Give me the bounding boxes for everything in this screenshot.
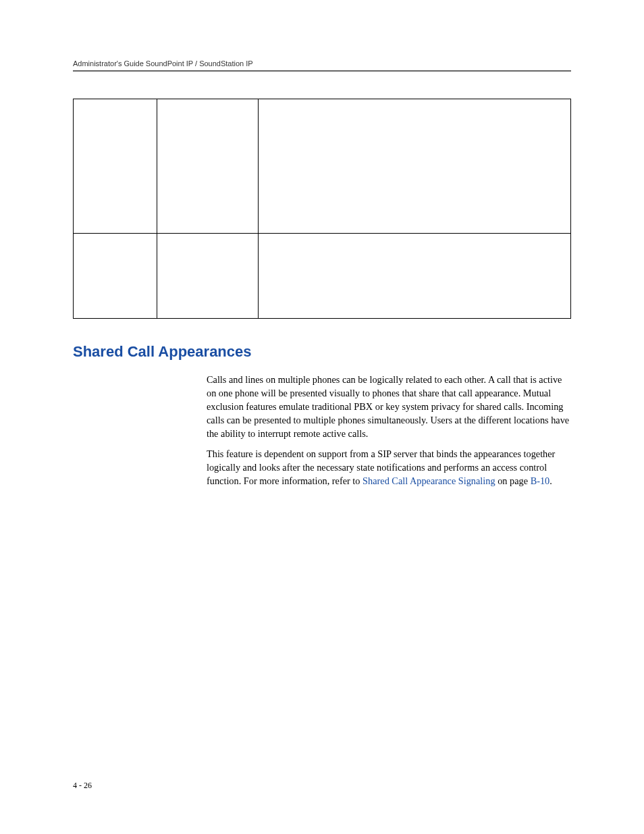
header-rule [73,70,571,72]
table-cell [157,99,259,233]
body-text: Calls and lines on multiple phones can b… [207,373,571,488]
table-cell [74,99,157,233]
page-header: Administrator's Guide SoundPoint IP / So… [73,59,571,68]
paragraph: This feature is dependent on support fro… [207,447,571,488]
section-heading: Shared Call Appearances [73,343,571,361]
empty-table [73,99,571,319]
link-shared-call-appearance-signaling[interactable]: Shared Call Appearance Signaling [363,475,495,486]
table-cell [259,234,570,318]
link-page-b10[interactable]: B-10 [531,475,550,486]
paragraph: Calls and lines on multiple phones can b… [207,373,571,440]
table-row [74,99,570,233]
table-cell [157,234,259,318]
table-cell [259,99,570,233]
text-span: . [549,475,552,486]
table-cell [74,234,157,318]
page-container: Administrator's Guide SoundPoint IP / So… [0,0,644,834]
table-row [74,233,570,318]
text-span: on page [495,475,531,486]
page-number: 4 - 26 [73,781,92,791]
